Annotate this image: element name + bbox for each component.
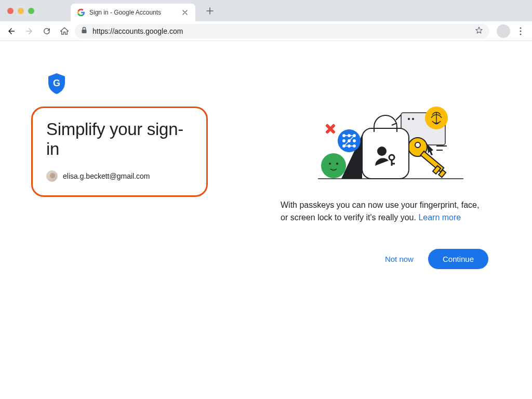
window-controls — [7, 8, 34, 14]
forward-button[interactable] — [22, 24, 36, 38]
svg-line-11 — [396, 115, 401, 120]
browser-menu-button[interactable] — [513, 24, 528, 38]
svg-point-14 — [329, 163, 331, 165]
page-content: G Simplify your sign-in elisa.g.beckett@… — [0, 41, 532, 269]
svg-point-8 — [412, 118, 414, 120]
url-text: https://accounts.google.com — [92, 27, 470, 35]
browser-toolbar: https://accounts.google.com — [0, 21, 532, 41]
reload-button[interactable] — [39, 24, 54, 38]
signin-prompt-box: Simplify your sign-in elisa.g.beckett@gm… — [31, 107, 208, 197]
browser-tab[interactable]: Sign in - Google Accounts — [71, 4, 195, 21]
learn-more-link[interactable]: Learn more — [418, 213, 461, 222]
tab-close-button[interactable] — [181, 8, 189, 17]
svg-point-2 — [520, 30, 521, 32]
svg-point-19 — [343, 140, 345, 142]
svg-point-15 — [336, 163, 338, 165]
svg-point-1 — [520, 27, 521, 29]
svg-rect-0 — [82, 30, 87, 33]
lock-icon — [81, 26, 87, 35]
svg-point-7 — [408, 118, 410, 120]
svg-point-31 — [377, 147, 387, 156]
continue-button[interactable]: Continue — [428, 249, 488, 269]
account-email: elisa.g.beckett@gmail.com — [63, 172, 150, 180]
action-buttons: Not now Continue — [281, 249, 488, 269]
back-button[interactable] — [4, 24, 19, 38]
svg-text:G: G — [53, 78, 60, 88]
bookmark-star-icon[interactable] — [475, 26, 483, 36]
address-bar[interactable]: https://accounts.google.com — [75, 24, 489, 38]
tab-title: Sign in - Google Accounts — [89, 9, 177, 16]
profile-avatar[interactable] — [497, 24, 510, 38]
right-pane: With passkeys you can now use your finge… — [281, 72, 501, 269]
google-favicon-icon — [77, 8, 85, 17]
svg-point-13 — [321, 153, 346, 178]
home-button[interactable] — [57, 24, 72, 38]
page-title: Simplify your sign-in — [46, 119, 193, 159]
account-chip[interactable]: elisa.g.beckett@gmail.com — [46, 170, 193, 182]
window-maximize-button[interactable] — [28, 8, 34, 14]
window-close-button[interactable] — [7, 8, 14, 14]
passkey-illustration — [302, 103, 479, 187]
svg-point-21 — [353, 140, 355, 142]
google-shield-icon: G — [47, 72, 260, 97]
not-now-button[interactable]: Not now — [385, 255, 414, 263]
new-tab-button[interactable] — [203, 4, 217, 18]
window-minimize-button[interactable] — [18, 8, 24, 14]
account-avatar-icon — [46, 170, 58, 182]
svg-point-26 — [415, 142, 420, 148]
svg-point-3 — [520, 33, 521, 35]
browser-tab-strip: Sign in - Google Accounts — [0, 0, 532, 21]
passkey-description: With passkeys you can now use your finge… — [281, 199, 488, 224]
left-pane: G Simplify your sign-in elisa.g.beckett@… — [31, 72, 260, 269]
